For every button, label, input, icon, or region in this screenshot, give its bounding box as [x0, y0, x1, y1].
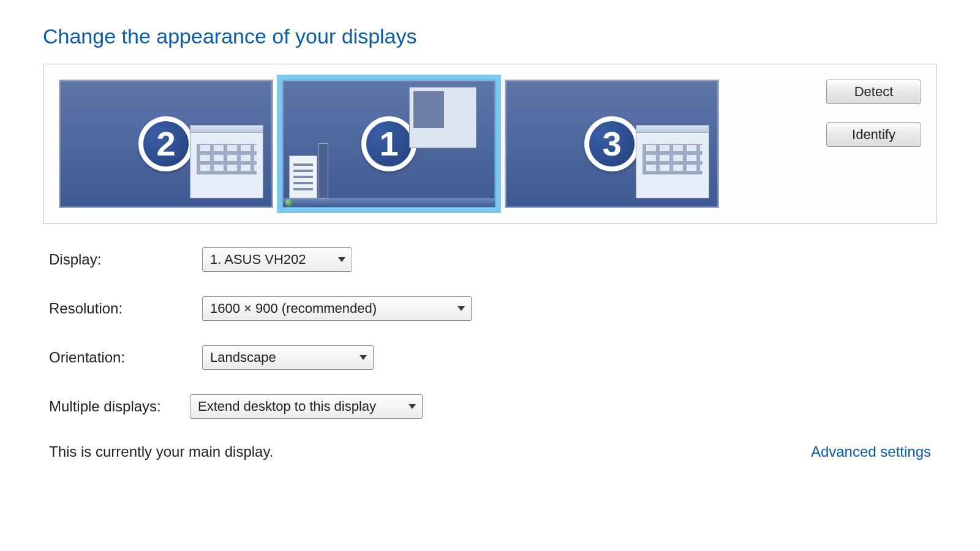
monitor-tile-3[interactable]: 3	[505, 80, 719, 208]
resolution-select[interactable]: 980 × 551 (recommended)	[202, 296, 472, 321]
multiple-displays-select[interactable]: Extend desktop to this display	[190, 394, 423, 419]
multiple-displays-select-value: Extend desktop to this display	[198, 399, 376, 414]
advanced-settings-link[interactable]: Advanced settings	[811, 443, 931, 460]
display-label: Display:	[49, 251, 202, 268]
orientation-select[interactable]: Landscape	[202, 345, 374, 370]
chevron-down-icon	[409, 404, 416, 409]
display-select[interactable]: 1. ASUS VH202	[202, 247, 352, 272]
orientation-select-value: Landscape	[210, 350, 276, 365]
monitor-number-badge: 1	[361, 116, 417, 171]
start-orb-icon	[285, 199, 293, 206]
monitor-number-badge: 3	[584, 116, 639, 171]
monitor-number: 1	[379, 127, 398, 161]
monitor-tile-2[interactable]: 2	[59, 80, 273, 208]
resolution-label: Resolution:	[49, 300, 202, 317]
orientation-label: Orientation:	[49, 349, 202, 366]
monitor-number: 2	[156, 127, 175, 161]
multiple-displays-label: Multiple displays:	[49, 398, 190, 415]
chevron-down-icon	[360, 355, 367, 360]
window-icon	[318, 143, 328, 198]
display-arrangement-panel: 2 1 3	[43, 64, 937, 224]
monitors-row: 2 1 3	[59, 80, 719, 208]
window-icon	[190, 125, 263, 198]
resolution-select-value: 980 × 551 (recommended)	[210, 301, 377, 317]
window-icon	[636, 125, 709, 198]
monitor-number: 3	[602, 127, 621, 161]
display-select-value: 1. ASUS VH202	[210, 252, 306, 268]
identify-button[interactable]: Identify	[826, 122, 921, 147]
chevron-down-icon	[338, 257, 345, 262]
main-display-status: This is currently your main display.	[49, 443, 273, 460]
detect-button[interactable]: Detect	[826, 80, 921, 104]
monitor-number-badge: 2	[138, 116, 194, 171]
page-title: Change the appearance of your displays	[43, 24, 937, 48]
window-icon	[289, 156, 317, 198]
chevron-down-icon	[458, 306, 465, 311]
monitor-tile-1[interactable]: 1	[282, 80, 496, 208]
window-icon	[409, 87, 477, 148]
taskbar-icon	[283, 198, 495, 207]
